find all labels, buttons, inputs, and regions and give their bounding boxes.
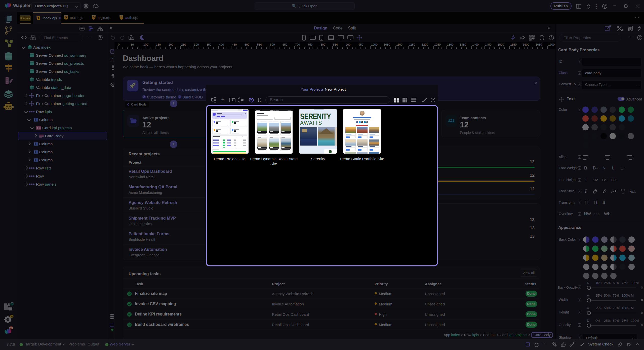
svg-text:A: A <box>260 97 261 100</box>
svg-text:Z: Z <box>260 100 261 103</box>
